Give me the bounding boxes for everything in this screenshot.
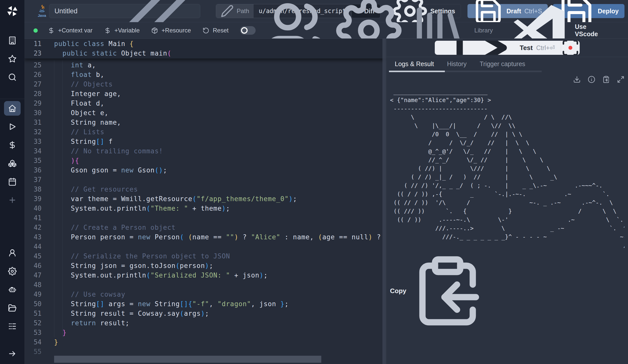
code-line[interactable]: 41	[24, 213, 386, 223]
info-icon	[588, 76, 595, 83]
sidebar-item-play[interactable]	[0, 117, 24, 136]
user-icon	[8, 249, 17, 257]
dynamic-toggle[interactable]	[240, 26, 256, 35]
code-line[interactable]: 44	[24, 242, 386, 251]
sidebar-item-building[interactable]	[0, 31, 24, 50]
expand-button[interactable]	[617, 76, 624, 83]
code-line[interactable]: 51 String result = Cowsay.say(args);	[24, 309, 386, 318]
sidebar-bottom-group	[0, 244, 24, 335]
capture-button[interactable]	[561, 41, 580, 55]
play-icon	[8, 122, 17, 131]
horizontal-scrollbar[interactable]	[54, 356, 321, 363]
vertical-scrollbar[interactable]	[382, 39, 386, 364]
toolbar-button-reset[interactable]: Reset	[203, 27, 229, 34]
code-line[interactable]: 40 System.out.println("Theme: " + theme)…	[24, 204, 386, 213]
tab-history[interactable]: History	[447, 60, 467, 68]
sidebar-item-search[interactable]	[0, 68, 24, 86]
sidebar-item-boxes[interactable]	[0, 154, 24, 172]
line-number: 53	[24, 329, 42, 336]
line-number: 25	[24, 61, 42, 69]
code-line[interactable]: 50 String[] args = new String[]{"-f", "d…	[24, 299, 386, 309]
sidebar-item-folder[interactable]	[0, 299, 24, 317]
library-label: Library	[474, 27, 493, 34]
code-line[interactable]: 31 String name,	[24, 118, 386, 127]
code-line[interactable]: 35 ){	[24, 156, 386, 165]
toolbar-buttons: +Context var+Variable+ResourceReset	[48, 27, 240, 34]
boxes-icon	[8, 159, 17, 168]
code-line[interactable]: 38 // Get resources	[24, 185, 386, 194]
code-line[interactable]: 43 Person person = new Person( (name == …	[24, 232, 386, 242]
code-line[interactable]: 34 // No trailing commas!	[24, 146, 386, 156]
code-line[interactable]: 28 Integer age,	[24, 89, 386, 99]
line-number: 55	[24, 348, 42, 355]
code-line[interactable]: 23 public static Object main(	[24, 49, 386, 58]
code-line[interactable]: 29 Float d,	[24, 99, 386, 108]
code-line[interactable]: 27 // Objects	[24, 79, 386, 89]
sidebar-item-bot[interactable]	[0, 280, 24, 299]
code-editor[interactable]: 25 int a,26 float b,27 // Objects28 Inte…	[24, 39, 386, 364]
code-line[interactable]: 32 // Lists	[24, 127, 386, 137]
code-line[interactable]: 52 return result;	[24, 318, 386, 328]
code-line[interactable]: 26 float b,	[24, 70, 386, 79]
main-area: Java Untitled Path u/admin/refreshed_scr…	[24, 0, 628, 364]
sticky-scroll: 11public class Main {23 public static Ob…	[24, 39, 386, 59]
sidebar-item-star[interactable]	[0, 50, 24, 68]
line-number: 38	[24, 186, 42, 193]
test-button[interactable]: Test Ctrl+⏎	[435, 41, 561, 55]
code-line[interactable]: 33 String[] f	[24, 137, 386, 146]
code-line[interactable]: 46 String json = gson.toJson(person);	[24, 261, 386, 270]
toolbar-button--variable[interactable]: +Variable	[104, 27, 140, 34]
toolbar-button--resource[interactable]: +Resource	[151, 27, 191, 34]
line-number: 28	[24, 90, 42, 98]
code-line[interactable]: 47 System.out.println("Serialized JSON: …	[24, 270, 386, 280]
clipboard-button[interactable]	[602, 76, 610, 83]
copy-button[interactable]: Copy	[390, 253, 624, 329]
sidebar-item-user[interactable]	[0, 244, 24, 262]
clipboard-icon	[410, 253, 485, 329]
copy-label: Copy	[390, 287, 406, 295]
code-line[interactable]: 37	[24, 175, 386, 185]
code-line[interactable]: 25 int a,	[24, 60, 386, 70]
code-line[interactable]: 30 Object e,	[24, 108, 386, 118]
code-line[interactable]: 42 // Create a Person object	[24, 223, 386, 232]
line-number: 40	[24, 205, 42, 212]
dollar-icon	[104, 27, 111, 34]
sidebar-item-list[interactable]	[0, 317, 24, 335]
sidebar-item-plus[interactable]	[0, 191, 24, 209]
tab-trigger-captures[interactable]: Trigger captures	[480, 60, 525, 68]
script-name-value: Untitled	[54, 7, 120, 15]
line-content: Integer age,	[42, 90, 121, 98]
windmill-logo[interactable]	[0, 0, 24, 22]
code-line[interactable]: 45 // Serialize the Person object to JSO…	[24, 251, 386, 261]
line-content: return result;	[42, 319, 130, 327]
sidebar-item-gear[interactable]	[0, 262, 24, 280]
sidebar-item-arrow-right[interactable]	[0, 344, 24, 363]
code-line[interactable]: 36 Gson gson = new Gson();	[24, 165, 386, 175]
code-line[interactable]: 11public class Main {	[24, 39, 386, 49]
line-number: 42	[24, 224, 42, 231]
code-line[interactable]: 39 var theme = Wmill.getResource("f/app_…	[24, 194, 386, 204]
code-line[interactable]: 49 // Use cowsay	[24, 290, 386, 299]
info-button[interactable]	[588, 76, 595, 83]
download-button[interactable]	[573, 76, 581, 83]
code-line[interactable]: 54}	[24, 337, 386, 347]
sidebar-item-home[interactable]	[0, 99, 24, 117]
sidebar-item-calendar[interactable]	[0, 172, 24, 191]
code-line[interactable]: 53 }	[24, 328, 386, 337]
tab-logs---result[interactable]: Logs & Result	[395, 60, 434, 68]
line-content: Object e,	[42, 109, 109, 117]
line-number: 36	[24, 166, 42, 174]
bot-icon	[8, 285, 17, 294]
expand-icon	[617, 76, 624, 83]
content-split: 25 int a,26 float b,27 // Objects28 Inte…	[24, 38, 628, 364]
sidebar-item-dollar[interactable]	[0, 136, 24, 154]
test-button-group: Test Ctrl+⏎	[435, 41, 580, 55]
line-content: // Get resources	[42, 186, 138, 193]
code-line[interactable]: 55	[24, 347, 386, 356]
code-lines: 25 int a,26 float b,27 // Objects28 Inte…	[24, 60, 386, 356]
folder-icon	[8, 304, 17, 312]
script-name-input[interactable]: Untitled	[49, 4, 200, 18]
code-line[interactable]: 48	[24, 280, 386, 290]
toolbar-button--context-var[interactable]: +Context var	[48, 27, 93, 34]
result-actions	[390, 76, 624, 83]
